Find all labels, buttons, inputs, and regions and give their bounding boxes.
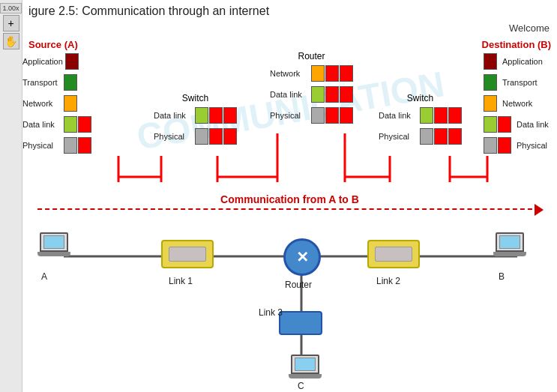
- ph-block3-router: [340, 107, 353, 124]
- app-label-src: Application: [22, 57, 63, 66]
- physical-label-sw2: Physical: [379, 132, 418, 141]
- physical-blocks-sw2: [420, 128, 462, 145]
- net-block3-router: [340, 65, 353, 82]
- dl-block2-router: [325, 86, 339, 103]
- ph-block2-sw1: [209, 128, 223, 145]
- app-block1-dest: [484, 53, 497, 70]
- physical-layer-source: Physical: [22, 135, 91, 156]
- source-stack: Application Transport Network: [22, 51, 91, 156]
- datalink-blocks-sw1: [195, 107, 237, 124]
- laptop-a-display: [43, 235, 64, 249]
- page-title: igure 2.5: Communication through an inte…: [22, 0, 557, 22]
- physical-label-sw1: Physical: [154, 132, 193, 141]
- router-bottom-label: Router: [285, 280, 312, 290]
- transport-label-src: Transport: [22, 78, 61, 87]
- switch1-stack: Switch Data link Physical: [154, 93, 237, 147]
- router-label-top: Router: [270, 51, 353, 61]
- toolbar: 1.00x + ✋: [0, 0, 22, 392]
- transport-label-dest: Transport: [502, 78, 541, 87]
- welcome-text: Welcome: [509, 22, 550, 34]
- laptop-a-base: [37, 252, 70, 256]
- hand-tool-button[interactable]: ✋: [3, 33, 19, 49]
- router-x-icon: ✕: [296, 248, 309, 266]
- dl-block1-router: [311, 86, 325, 103]
- ph-block3-sw2: [448, 128, 462, 145]
- app-block1-src: [65, 53, 79, 70]
- app-layer-source: Application: [22, 51, 91, 72]
- datalink-label-sw1: Data link: [154, 111, 193, 120]
- zoom-plus-button[interactable]: +: [3, 15, 19, 31]
- laptop-c-display: [295, 358, 316, 371]
- ph-block3-sw1: [223, 128, 237, 145]
- dl-block1-dest: [484, 116, 497, 133]
- datalink-layer-dest: Data link: [484, 114, 556, 135]
- router-stack: Router Network Data link: [270, 51, 353, 126]
- zoom-label: 1.00x: [0, 3, 21, 13]
- laptop-b-display: [499, 235, 520, 249]
- datalink-layer-sw1: Data link: [154, 105, 237, 126]
- app-layer-dest: Application: [484, 51, 556, 72]
- router-icon: ✕: [283, 238, 321, 276]
- link1-label: Link 1: [169, 276, 193, 286]
- ph-block1-sw2: [420, 128, 433, 145]
- physical-blocks-dest: [484, 137, 511, 154]
- ph-block2-sw2: [434, 128, 448, 145]
- ph-block1-dest: [484, 137, 497, 154]
- physical-layer-sw2: Physical: [379, 126, 462, 147]
- physical-layer-router: Physical: [270, 105, 353, 126]
- network-layer-router: Network: [270, 63, 353, 84]
- physical-layer-dest: Physical: [484, 135, 556, 156]
- network-blocks-src: [64, 95, 77, 112]
- transport-layer-source: Transport: [22, 72, 91, 93]
- link2-label: Link 2: [376, 276, 400, 286]
- datalink-block1-src: [64, 116, 77, 133]
- physical-label-src: Physical: [22, 141, 61, 150]
- stacks-area: Application Transport Network: [22, 51, 557, 182]
- network-layer-dest: Network: [484, 93, 556, 114]
- datalink-label-dest: Data link: [517, 120, 556, 129]
- link2-box: [367, 240, 420, 268]
- link1-inner: [169, 247, 206, 262]
- laptop-a-screen: [40, 232, 68, 252]
- physical-blocks-router: [311, 107, 353, 124]
- datalink-label-src: Data link: [22, 120, 61, 129]
- link3-box: [279, 311, 322, 335]
- dl-block1-sw1: [195, 107, 208, 124]
- dl-block3-sw1: [223, 107, 237, 124]
- switch2-stack: Switch Data link Physical: [379, 93, 462, 147]
- laptop-c-base: [289, 374, 322, 379]
- laptop-c-screen: [291, 355, 319, 374]
- link2-inner: [375, 247, 412, 262]
- dl-block2-dest: [498, 116, 511, 133]
- dl-block2-sw1: [209, 107, 223, 124]
- transport-block-dest: [484, 74, 497, 91]
- physical-blocks-src: [64, 137, 91, 154]
- dl-block1-sw2: [420, 107, 433, 124]
- network-layer-source: Network: [22, 93, 91, 114]
- datalink-blocks-sw2: [420, 107, 462, 124]
- comm-label: Communication from A to B: [22, 193, 557, 205]
- network-blocks-router: [311, 65, 353, 82]
- dl-block3-router: [340, 86, 353, 103]
- dl-block2-sw2: [434, 107, 448, 124]
- datalink-layer-sw2: Data link: [379, 105, 462, 126]
- network-label-dest: Network: [502, 99, 541, 108]
- comm-arrow-head: [535, 204, 544, 216]
- datalink-label-sw2: Data link: [379, 111, 418, 120]
- physical-blocks-sw1: [195, 128, 237, 145]
- node-c-label: C: [298, 381, 304, 391]
- network-label-src: Network: [22, 99, 61, 108]
- laptop-b: [493, 232, 526, 256]
- ph-block2-dest: [498, 137, 511, 154]
- ph-block1-router: [311, 107, 325, 124]
- laptop-a: [37, 232, 70, 256]
- dl-block3-sw2: [448, 107, 462, 124]
- physical-label-router: Physical: [270, 111, 309, 120]
- app-label-dest: Application: [502, 57, 543, 66]
- physical-block2-src: [78, 137, 91, 154]
- source-label: Source (A): [28, 39, 78, 50]
- physical-label-dest: Physical: [517, 141, 556, 150]
- laptop-b-screen: [496, 232, 524, 252]
- main-content: igure 2.5: Communication through an inte…: [22, 0, 557, 392]
- ph-block2-router: [325, 107, 339, 124]
